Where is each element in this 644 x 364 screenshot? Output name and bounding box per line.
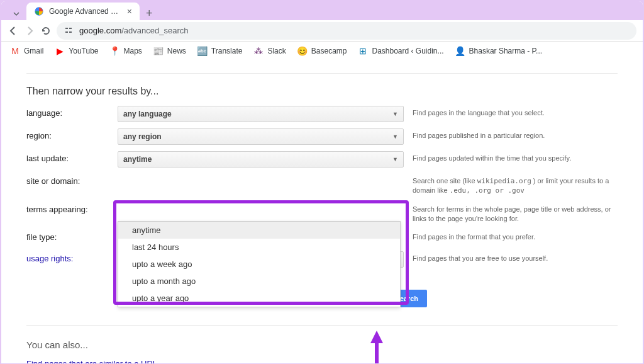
chevron-down-icon: ▼	[392, 156, 398, 162]
bookmark-item[interactable]: 📍Maps	[110, 46, 142, 56]
field-label: terms appearing:	[26, 202, 118, 214]
dropdown-option[interactable]: upto a week ago	[118, 256, 400, 273]
dropdown-option[interactable]: anytime	[118, 222, 400, 239]
bookmark-icon: ⁂	[253, 46, 264, 56]
bookmark-item[interactable]: ⊞Dashboard ‹ Guidin...	[358, 46, 443, 56]
page-content: Then narrow your results by... language:…	[1, 60, 643, 363]
field-help: Find pages that you are free to use your…	[413, 251, 618, 263]
language-select[interactable]: any language▼	[118, 106, 404, 122]
chevron-down-icon: ▼	[392, 134, 398, 140]
bookmark-item[interactable]: 😊Basecamp	[297, 46, 347, 56]
field-label-link[interactable]: usage rights:	[26, 251, 118, 263]
field-label: file type:	[26, 230, 118, 242]
browser-window: Google Advanced Search × + google.com/ad…	[1, 1, 643, 363]
tab-title: Google Advanced Search	[49, 7, 122, 16]
bookmark-icon: 📍	[110, 46, 120, 56]
back-icon[interactable]	[8, 25, 19, 37]
field-label: site or domain:	[26, 174, 118, 186]
field-region: region: any region▼ Find pages published…	[26, 128, 618, 145]
field-label: language:	[26, 106, 118, 118]
dropdown-option[interactable]: upto a year ago	[118, 290, 400, 307]
browser-tab[interactable]: Google Advanced Search ×	[26, 3, 140, 20]
browser-toolbar: google.com/advanced_search	[1, 20, 643, 42]
field-label: last update:	[26, 151, 118, 163]
field-last-update: last update: anytime▼ Find pages updated…	[26, 151, 618, 168]
field-help: Search one site (like wikipedia.org ) or…	[413, 174, 618, 196]
bookmark-icon: 🔤	[197, 46, 208, 56]
bookmark-icon: ▶	[55, 46, 65, 56]
svg-rect-3	[65, 31, 68, 33]
field-site: site or domain: Search one site (like wi…	[26, 174, 618, 196]
also-link[interactable]: Find pages that are similar to a URL	[26, 358, 618, 363]
bookmark-label: Maps	[124, 47, 142, 55]
close-tab-icon[interactable]: ×	[127, 6, 132, 16]
forward-icon	[24, 25, 35, 37]
bookmark-item[interactable]: ⁂Slack	[253, 46, 286, 56]
field-help: Search for terms in the whole page, page…	[413, 202, 618, 224]
bookmark-icon: ⊞	[358, 46, 368, 56]
last-update-select[interactable]: anytime▼	[118, 151, 404, 168]
bookmark-label: Basecamp	[311, 47, 347, 55]
bookmark-item[interactable]: ▶YouTube	[55, 46, 98, 56]
tabs-menu-icon[interactable]	[10, 8, 23, 20]
bookmark-label: Dashboard ‹ Guidin...	[372, 47, 443, 55]
site-settings-icon[interactable]	[64, 26, 74, 36]
bookmark-icon: 👤	[455, 46, 465, 56]
new-tab-button[interactable]: +	[140, 7, 159, 20]
svg-rect-2	[69, 28, 72, 29]
tab-strip: Google Advanced Search × +	[1, 1, 643, 20]
field-help: Find pages updated within the time that …	[413, 151, 618, 163]
bookmark-item[interactable]: MGmail	[10, 46, 43, 56]
google-favicon-icon	[34, 6, 44, 16]
field-help: Find pages in the format that you prefer…	[413, 230, 618, 242]
dropdown-option[interactable]: upto a month ago	[118, 273, 400, 290]
field-label: region:	[26, 128, 118, 140]
bookmark-label: Bhaskar Sharma - P...	[469, 47, 543, 55]
reload-icon[interactable]	[40, 25, 52, 37]
bookmark-icon: 😊	[297, 46, 308, 56]
bookmark-label: Translate	[211, 47, 243, 55]
last-update-dropdown: anytimelast 24 hoursupto a week agoupto …	[118, 221, 401, 307]
svg-rect-4	[69, 31, 72, 33]
bookmark-label: News	[167, 47, 186, 55]
svg-rect-1	[65, 28, 68, 29]
bookmark-label: YouTube	[69, 47, 98, 55]
bookmark-label: Gmail	[24, 47, 43, 55]
url-text: google.com/advanced_search	[79, 26, 188, 35]
bookmark-item[interactable]: 🔤Translate	[197, 46, 243, 56]
field-language: language: any language▼ Find pages in th…	[26, 106, 618, 122]
bookmark-icon: M	[10, 46, 20, 56]
chevron-down-icon: ▼	[392, 111, 398, 117]
you-can-also-section: You can also... Find pages that are simi…	[26, 325, 618, 363]
also-heading: You can also...	[26, 339, 618, 350]
bookmark-item[interactable]: 👤Bhaskar Sharma - P...	[455, 46, 543, 56]
address-bar[interactable]: google.com/advanced_search	[57, 22, 636, 40]
section-heading: Then narrow your results by...	[26, 85, 618, 98]
field-help: Find pages published in a particular reg…	[413, 128, 618, 140]
region-select[interactable]: any region▼	[118, 128, 404, 145]
field-help: Find pages in the language that you sele…	[413, 106, 618, 118]
bookmark-item[interactable]: 📰News	[153, 46, 186, 56]
bookmarks-bar: MGmail▶YouTube📍Maps📰News🔤Translate⁂Slack…	[1, 42, 643, 60]
bookmark-icon: 📰	[153, 46, 164, 56]
bookmark-label: Slack	[267, 47, 286, 55]
dropdown-option[interactable]: last 24 hours	[118, 239, 400, 256]
